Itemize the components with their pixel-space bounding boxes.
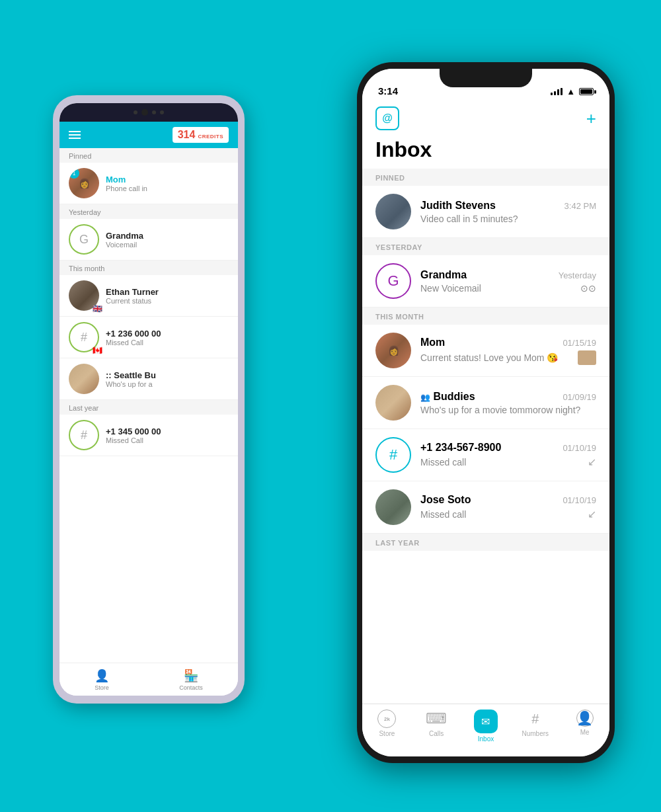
- iphone-item-date-jose: 01/10/19: [563, 495, 596, 505]
- android-item-ethan[interactable]: Ethan Turner Current status 🇬🇧: [59, 275, 238, 317]
- iphone-item-name-mom: Mom: [420, 337, 445, 348]
- me-icon: 👤: [576, 710, 594, 727]
- android-avatar-number2: #: [69, 420, 99, 450]
- tab-numbers[interactable]: # Numbers: [516, 710, 555, 737]
- android-item-number2[interactable]: # +1 345 000 00 Missed Call: [59, 415, 238, 456]
- android-item-seattle[interactable]: :: Seattle Bu Who's up for a: [59, 358, 238, 400]
- iphone-item-sub-mom: Current status! Love you Mom 😘: [420, 352, 574, 363]
- iphone-item-name-jose: Jose Soto: [420, 494, 471, 506]
- iphone-item-jose[interactable]: Jose Soto 01/10/19 Missed call ↙: [362, 481, 609, 534]
- android-avatar-seattle: [69, 364, 99, 394]
- android-dot3: [160, 110, 164, 114]
- iphone-item-mom[interactable]: 👩 Mom 01/15/19 Current status! Love you …: [362, 325, 609, 377]
- android-item-number1[interactable]: # +1 236 000 00 Missed Call 🇨🇦: [59, 317, 238, 358]
- iphone-item-buddies[interactable]: 👥 Buddies 01/09/19 Who's up for a movie …: [362, 377, 609, 429]
- wifi-icon: ▲: [566, 87, 575, 97]
- iphone-item-date-number: 01/10/19: [563, 443, 596, 453]
- tab-calls[interactable]: ⌨ Calls: [416, 710, 456, 737]
- credits-number: 314: [178, 129, 196, 141]
- tab-me-label: Me: [580, 729, 590, 736]
- android-item-sub-number1: Missed Call: [106, 339, 229, 346]
- iphone-page-title: Inbox: [362, 135, 609, 169]
- android-header: 314 CREDITS: [59, 122, 238, 148]
- iphone-item-name-buddies: 👥 Buddies: [420, 391, 475, 403]
- tab-numbers-label: Numbers: [522, 730, 549, 737]
- iphone-item-sub-number: Missed call: [420, 457, 584, 467]
- iphone-item-grandma[interactable]: G Grandma Yesterday New Voicemail ⊙⊙: [362, 255, 609, 307]
- android-section-pinned: Pinned: [59, 148, 238, 163]
- iphone-avatar-jose: [375, 489, 411, 525]
- iphone-item-name-number: +1 234-567-8900: [420, 442, 501, 454]
- tab-inbox[interactable]: ✉ Inbox: [466, 710, 506, 743]
- tab-store[interactable]: 2k Store: [367, 710, 407, 737]
- missed-arrow-jose: ↙: [588, 508, 596, 520]
- iphone-item-name-grandma: Grandma: [420, 269, 467, 281]
- voicemail-icon: ⊙⊙: [580, 283, 596, 294]
- iphone-avatar-buddies: [375, 385, 411, 421]
- iphone-item-date-grandma: Yesterday: [559, 270, 596, 280]
- android-avatar-mom: 1 👩: [69, 168, 99, 198]
- android-item-sub-seattle: Who's up for a: [106, 380, 229, 388]
- android-item-name-ethan: Ethan Turner: [106, 287, 229, 297]
- iphone-item-judith[interactable]: Judith Stevens 3:42 PM Video call in 5 m…: [362, 186, 609, 238]
- at-icon-button[interactable]: @: [375, 106, 399, 130]
- android-item-name-number1: +1 236 000 00: [106, 329, 229, 339]
- android-section-thismonth: This month: [59, 261, 238, 275]
- iphone-section-pinned: PINNED: [362, 169, 609, 186]
- android-notch: [59, 103, 238, 122]
- iphone-item-date-judith: 3:42 PM: [564, 201, 596, 211]
- tab-store-label: Store: [379, 730, 395, 737]
- iphone-section-lastyear: LAST YEAR: [362, 534, 609, 551]
- iphone-item-date-buddies: 01/09/19: [563, 392, 596, 402]
- iphone-screen: 3:14 ▲ @: [362, 69, 609, 756]
- android-store-icon: 👤: [95, 669, 109, 683]
- plus-button[interactable]: +: [586, 108, 596, 129]
- badge-dot: 1: [69, 168, 79, 179]
- iphone-item-sub-jose: Missed call: [420, 509, 584, 520]
- iphone-img-icon-mom: [578, 350, 596, 365]
- tab-calls-label: Calls: [429, 730, 444, 737]
- tab-inbox-label: Inbox: [478, 735, 494, 743]
- iphone-item-number[interactable]: # +1 234-567-8900 01/10/19 Missed call ↙: [362, 429, 609, 481]
- iphone-inbox-list: PINNED Judith Stevens 3:42 PM Video call…: [362, 169, 609, 551]
- iphone-section-thismonth: THIS MONTH: [362, 307, 609, 325]
- iphone-avatar-grandma: G: [375, 263, 411, 299]
- android-item-sub-mom: Phone call in: [106, 184, 229, 192]
- android-item-name-seattle: :: Seattle Bu: [106, 370, 229, 380]
- iphone-avatar-judith: [375, 194, 411, 229]
- android-item-name-number2: +1 345 000 00: [106, 426, 229, 436]
- iphone-item-date-mom: 01/15/19: [563, 338, 596, 348]
- android-list: Pinned 1 👩 Mom Phone call in Yesterday G: [59, 148, 238, 456]
- android-nav-store[interactable]: 👤 Store: [95, 669, 109, 691]
- at-icon: @: [382, 112, 393, 124]
- hamburger-icon[interactable]: [69, 131, 81, 139]
- iphone-notch: [440, 69, 532, 87]
- android-section-lastyear: Last year: [59, 400, 238, 415]
- iphone-top-bar: @ +: [362, 102, 609, 135]
- android-item-grandma[interactable]: G Grandma Voicemail: [59, 219, 238, 261]
- credits-badge[interactable]: 314 CREDITS: [173, 127, 229, 143]
- iphone: 3:14 ▲ @: [357, 62, 615, 763]
- flag-gb: 🇬🇧: [93, 304, 102, 313]
- credits-label: CREDITS: [198, 134, 223, 140]
- iphone-item-sub-grandma: New Voicemail: [420, 283, 576, 294]
- flag-ca: 🇨🇦: [93, 346, 102, 355]
- android-dot2: [152, 110, 156, 114]
- android-nav-contacts[interactable]: 🏪 Contacts: [179, 669, 203, 691]
- tab-me[interactable]: 👤 Me: [565, 710, 605, 736]
- android-item-mom[interactable]: 1 👩 Mom Phone call in: [59, 163, 238, 204]
- scene: 314 CREDITS Pinned 1 👩 Mom Phone call in: [33, 42, 628, 770]
- numbers-icon: #: [526, 710, 545, 728]
- android-item-sub-ethan: Current status: [106, 297, 229, 305]
- android-bottom-nav: 👤 Store 🏪 Contacts: [59, 663, 238, 696]
- store-icon: 2k: [377, 710, 396, 728]
- iphone-section-yesterday: YESTERDAY: [362, 238, 609, 255]
- battery-icon: [579, 88, 594, 95]
- iphone-tab-bar: 2k Store ⌨ Calls ✉ Inbox: [362, 704, 609, 756]
- status-time: 3:14: [378, 85, 398, 97]
- missed-arrow-number: ↙: [588, 456, 596, 468]
- iphone-item-sub-buddies: Who's up for a movie tommorow night?: [420, 405, 596, 415]
- android-section-yesterday: Yesterday: [59, 204, 238, 219]
- android-camera: [141, 109, 148, 116]
- android-item-name-grandma: Grandma: [106, 231, 229, 241]
